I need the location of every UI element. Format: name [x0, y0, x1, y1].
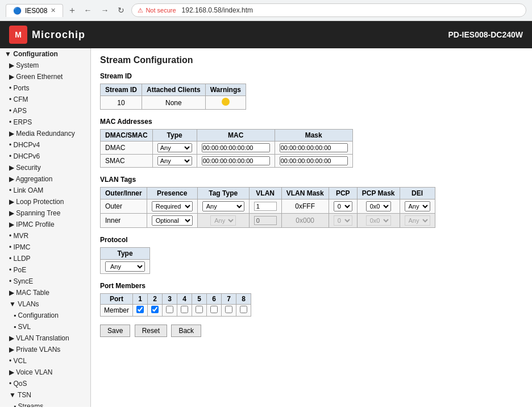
port-3-member-cell[interactable] — [163, 305, 177, 317]
dmac-mask-cell[interactable] — [275, 142, 352, 155]
port-5-member-cell[interactable] — [192, 305, 207, 317]
sidebar-item-aps[interactable]: • APS — [0, 105, 90, 117]
smac-mac-input[interactable] — [202, 156, 270, 165]
port-4-member-cell[interactable] — [177, 305, 192, 317]
sidebar-item-dhcpv6[interactable]: • DHCPv6 — [0, 151, 90, 162]
port-table: Port 1 2 3 4 5 6 7 8 Member — [100, 293, 251, 317]
smac-mask-input[interactable] — [280, 156, 348, 165]
sidebar-item-voice-vlan[interactable]: ▶ Voice VLAN — [0, 367, 90, 378]
sidebar-item-cfm[interactable]: • CFM — [0, 94, 90, 105]
sidebar-item-qos[interactable]: • QoS — [0, 378, 90, 389]
sidebar-item-vlan-config[interactable]: ▪ Configuration — [0, 310, 90, 321]
outer-tag-type-cell[interactable]: Any C-Tagged S-Tagged — [197, 199, 249, 214]
reset-button[interactable]: Reset — [135, 325, 167, 337]
sidebar-item-security[interactable]: ▶ Security — [0, 162, 90, 173]
outer-presence-cell[interactable]: Required Optional Excluded — [147, 199, 197, 214]
port-1-member-cell[interactable] — [133, 305, 148, 317]
port-2-member-cell[interactable] — [148, 305, 163, 317]
dmac-mac-input[interactable] — [202, 143, 270, 152]
back-button[interactable]: Back — [171, 325, 201, 337]
outer-pcp-mask-cell[interactable]: 0x00x7 — [357, 199, 400, 214]
browser-tab[interactable]: 🔵 IES008 ✕ — [6, 4, 63, 17]
outer-pcp-cell[interactable]: 01234567 — [329, 199, 357, 214]
port-2-checkbox[interactable] — [151, 306, 159, 313]
inner-tag-type-select: Any — [210, 215, 236, 226]
smac-mask-cell[interactable] — [275, 155, 352, 168]
dmac-mac-cell[interactable] — [197, 142, 275, 155]
smac-type-select[interactable]: Any Specific — [157, 156, 192, 165]
outer-tag-type-select[interactable]: Any C-Tagged S-Tagged — [202, 201, 244, 211]
port-5-header: 5 — [192, 294, 207, 305]
port-5-checkbox[interactable] — [196, 306, 203, 313]
outer-dei-select[interactable]: Any 0 1 — [405, 201, 430, 211]
sidebar-item-media-redundancy[interactable]: ▶ Media Redundancy — [0, 128, 90, 139]
inner-presence-cell[interactable]: Optional Required Excluded — [147, 214, 197, 228]
stream-id-value: 10 — [101, 96, 142, 110]
port-8-member-cell[interactable] — [236, 305, 251, 317]
inner-pcp-cell: 0 — [329, 214, 357, 228]
sidebar-item-link-oam[interactable]: • Link OAM — [0, 185, 90, 196]
smac-mac-cell[interactable] — [197, 155, 275, 168]
sidebar-item-ports[interactable]: • Ports — [0, 82, 90, 94]
mac-table: DMAC/SMAC Type MAC Mask DMAC Any Specifi… — [100, 129, 353, 168]
outer-presence-select[interactable]: Required Optional Excluded — [152, 201, 193, 211]
sidebar-item-spanning-tree[interactable]: ▶ Spanning Tree — [0, 207, 90, 219]
dei-header: DEI — [400, 188, 435, 199]
forward-nav-button[interactable]: → — [98, 5, 111, 16]
sidebar-item-tsn[interactable]: ▼ TSN — [0, 389, 90, 401]
outer-pcp-mask-select[interactable]: 0x00x7 — [366, 201, 391, 211]
sidebar-item-system[interactable]: ▶ System — [0, 60, 90, 71]
sidebar-item-vlan-translation[interactable]: ▶ VLAN Translation — [0, 332, 90, 344]
sidebar-item-mvr[interactable]: • MVR — [0, 230, 90, 242]
port-4-header: 4 — [177, 294, 192, 305]
port-6-member-cell[interactable] — [207, 305, 222, 317]
smac-type-cell[interactable]: Any Specific — [152, 155, 197, 168]
sidebar-item-loop-protection[interactable]: ▶ Loop Protection — [0, 196, 90, 207]
tab-close-icon[interactable]: ✕ — [51, 7, 56, 14]
outer-dei-cell[interactable]: Any 0 1 — [400, 199, 435, 214]
port-8-checkbox[interactable] — [240, 306, 247, 313]
inner-presence-select[interactable]: Optional Required Excluded — [152, 215, 193, 226]
address-bar[interactable]: ⚠ Not secure 192.168.0.58/index.htm — [131, 3, 526, 17]
sidebar-item-configuration[interactable]: ▼ Configuration — [0, 48, 90, 60]
protocol-type-cell[interactable]: Any IPv4 IPv6 — [101, 260, 150, 274]
sidebar-item-green-ethernet[interactable]: ▶ Green Ethernet — [0, 71, 90, 82]
sidebar-item-svl[interactable]: ▪ SVL — [0, 321, 90, 332]
port-6-checkbox[interactable] — [210, 306, 218, 313]
sidebar-item-poe[interactable]: • PoE — [0, 264, 90, 276]
security-label: Not secure — [146, 7, 176, 14]
dmac-type-cell[interactable]: Any Specific — [152, 142, 197, 155]
sidebar-item-ipmc[interactable]: • IPMC — [0, 242, 90, 253]
inner-pcp-select: 0 — [334, 215, 352, 226]
dmac-mask-input[interactable] — [280, 143, 348, 152]
inner-tag-type-cell: Any — [197, 214, 249, 228]
port-7-member-cell[interactable] — [222, 305, 236, 317]
sidebar-item-mac-table[interactable]: ▶ MAC Table — [0, 287, 90, 298]
outer-pcp-select[interactable]: 01234567 — [334, 201, 352, 211]
outer-vlan-cell[interactable] — [249, 199, 281, 214]
sidebar-item-dhcpv4[interactable]: • DHCPv4 — [0, 139, 90, 151]
sidebar-item-ipmc-profile[interactable]: ▶ IPMC Profile — [0, 219, 90, 230]
protocol-table: Type Any IPv4 IPv6 — [100, 247, 150, 274]
outer-vlan-input[interactable] — [254, 202, 277, 211]
port-1-checkbox[interactable] — [136, 306, 144, 313]
sidebar-item-synce[interactable]: • SyncE — [0, 276, 90, 287]
sidebar-item-private-vlans[interactable]: ▶ Private VLANs — [0, 344, 90, 355]
save-button[interactable]: Save — [100, 325, 130, 337]
address-url: 192.168.0.58/index.htm — [182, 6, 253, 14]
sidebar-item-lldp[interactable]: • LLDP — [0, 253, 90, 264]
port-7-checkbox[interactable] — [225, 306, 232, 313]
port-4-checkbox[interactable] — [181, 306, 188, 313]
sidebar-item-erps[interactable]: • ERPS — [0, 117, 90, 128]
port-3-checkbox[interactable] — [166, 306, 173, 313]
sidebar-item-streams[interactable]: ▪ Streams — [0, 401, 90, 407]
reload-nav-button[interactable]: ↻ — [115, 5, 127, 16]
smac-label: SMAC — [101, 155, 153, 168]
dmac-type-select[interactable]: Any Specific — [157, 143, 192, 152]
sidebar-item-aggregation[interactable]: ▶ Aggregation — [0, 173, 90, 185]
sidebar-item-vlans[interactable]: ▼ VLANs — [0, 298, 90, 310]
new-tab-button[interactable]: ＋ — [68, 5, 77, 16]
sidebar-item-vcl[interactable]: • VCL — [0, 355, 90, 367]
back-nav-button[interactable]: ← — [81, 5, 94, 16]
protocol-type-select[interactable]: Any IPv4 IPv6 — [105, 261, 145, 272]
